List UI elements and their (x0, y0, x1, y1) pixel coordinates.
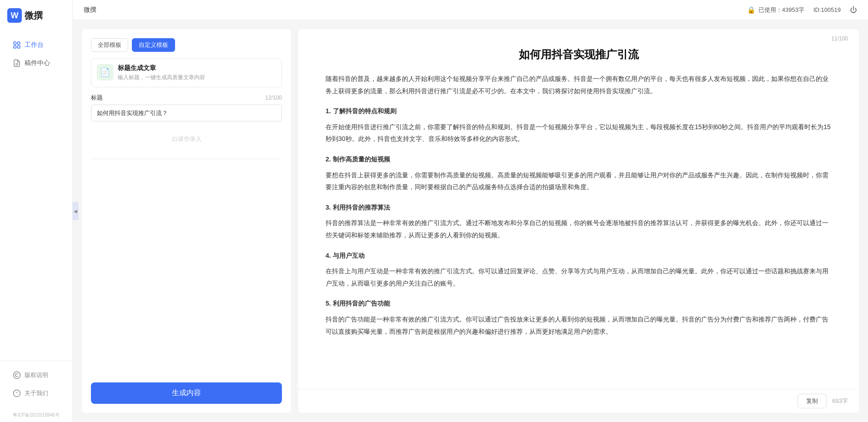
section-3-heading: 3. 利用抖音的推荐算法 (326, 201, 832, 214)
svg-rect-0 (14, 42, 16, 44)
extra-placeholder: 白请空录入 (91, 128, 282, 151)
topbar-right: 🔒 已使用：43953字 ID:100519 ⏻ (747, 6, 857, 14)
usage-info: 🔒 已使用：43953字 (747, 6, 804, 14)
about-icon (13, 389, 21, 397)
svg-rect-3 (18, 46, 20, 48)
page-title: 微撰 (84, 6, 96, 14)
tab-custom-templates[interactable]: 自定义模板 (132, 38, 175, 52)
sidebar-item-copyright[interactable]: 版权说明 (4, 367, 69, 384)
section-2-content: 要想在抖音上获得更多的流量，你需要制作高质量的短视频。高质量的短视频能够吸引更多… (326, 169, 832, 193)
section-4-content: 在抖音上与用户互动是一种非常有效的推广引流方式。你可以通过回复评论、点赞、分享等… (326, 265, 832, 289)
section-2-heading: 2. 制作高质量的短视频 (326, 153, 832, 166)
form-count: 12/100 (265, 95, 282, 101)
svg-rect-1 (18, 42, 20, 44)
copyright-icon (13, 371, 21, 379)
template-info: 标题生成文章 输入标题，一键生成高质量文章内容 (118, 64, 276, 81)
section-5-content: 抖音的广告功能是一种非常有效的推广引流方式。你可以通过广告投放来让更多的人看到你… (326, 313, 832, 337)
content-area: 全部模板 自定义模板 📄 标题生成文章 输入标题，一键生成高质量文章内容 标题 … (73, 20, 868, 422)
section-3-content: 抖音的推荐算法是一种非常有效的推广引流方式。通过不断地发布和分享自己的短视频，你… (326, 217, 832, 241)
drafts-label: 稿件中心 (25, 59, 50, 67)
article-container[interactable]: 11/100 如何用抖音实现推广引流 随着抖音的普及，越来越多的人开始利用这个短… (298, 29, 859, 389)
logo-area: W 微撰 (0, 0, 72, 31)
bottom-nav: 版权说明 关于我们 (0, 361, 72, 412)
form-label: 标题 (91, 94, 103, 102)
svg-rect-2 (14, 46, 16, 48)
divider (91, 159, 282, 159)
word-count: 693字 (832, 397, 848, 405)
topbar: 微撰 🔒 已使用：43953字 ID:100519 ⏻ (73, 0, 868, 20)
id-label: ID:100519 (813, 6, 841, 13)
generate-button[interactable]: 生成内容 (91, 382, 282, 404)
icp-text: 粤ICP备2022018946号 (0, 412, 72, 422)
section-1-content: 在开始使用抖音进行推广引流之前，你需要了解抖音的特点和规则。抖音是一个短视频分享… (326, 121, 832, 145)
sidebar: W 微撰 工作台 稿件中心 版权说明 关于我们 粤ICP备2022018946号… (0, 0, 73, 422)
template-name: 标题生成文章 (118, 64, 276, 72)
article-title: 如何用抖音实现推广引流 (326, 47, 832, 62)
logo-icon: W (7, 8, 22, 23)
article-footer: 复制 693字 (298, 389, 859, 413)
title-input[interactable] (91, 105, 282, 121)
article-body: 随着抖音的普及，越来越多的人开始利用这个短视频分享平台来推广自己的产品或服务。抖… (326, 73, 832, 337)
workbench-icon (13, 41, 21, 49)
usage-label: 已使用：43953字 (758, 6, 804, 14)
nav-items: 工作台 稿件中心 (0, 31, 72, 361)
section-4-heading: 4. 与用户互动 (326, 250, 832, 262)
main: 微撰 🔒 已使用：43953字 ID:100519 ⏻ 全部模板 自定义模板 📄… (73, 0, 868, 422)
collapse-button[interactable]: ◀ (72, 202, 79, 220)
sidebar-item-about[interactable]: 关于我们 (4, 385, 69, 402)
logo-text: 微撰 (25, 10, 43, 22)
sidebar-item-workbench[interactable]: 工作台 (4, 36, 69, 54)
lock-icon: 🔒 (747, 6, 756, 14)
template-card[interactable]: 📄 标题生成文章 输入标题，一键生成高质量文章内容 (91, 58, 282, 87)
article-counter: 11/100 (831, 35, 848, 42)
title-form-section: 标题 12/100 (91, 94, 282, 121)
copy-button[interactable]: 复制 (798, 394, 827, 408)
intro-paragraph: 随着抖音的普及，越来越多的人开始利用这个短视频分享平台来推广自己的产品或服务。抖… (326, 73, 832, 97)
template-icon: 📄 (97, 64, 113, 80)
section-1-heading: 1. 了解抖音的特点和规则 (326, 105, 832, 117)
left-panel: 全部模板 自定义模板 📄 标题生成文章 输入标题，一键生成高质量文章内容 标题 … (82, 29, 291, 413)
workbench-label: 工作台 (25, 41, 44, 49)
sidebar-item-drafts[interactable]: 稿件中心 (4, 55, 69, 72)
section-5-heading: 5. 利用抖音的广告功能 (326, 297, 832, 310)
template-desc: 输入标题，一键生成高质量文章内容 (118, 74, 276, 81)
copyright-label: 版权说明 (25, 371, 48, 379)
right-panel: 11/100 如何用抖音实现推广引流 随着抖音的普及，越来越多的人开始利用这个短… (298, 29, 859, 413)
power-button[interactable]: ⏻ (850, 6, 857, 14)
drafts-icon (13, 59, 21, 67)
tabs-row: 全部模板 自定义模板 (91, 38, 282, 52)
svg-point-6 (14, 372, 20, 379)
about-label: 关于我们 (25, 389, 48, 397)
tab-all-templates[interactable]: 全部模板 (91, 38, 128, 52)
form-label-row: 标题 12/100 (91, 94, 282, 102)
